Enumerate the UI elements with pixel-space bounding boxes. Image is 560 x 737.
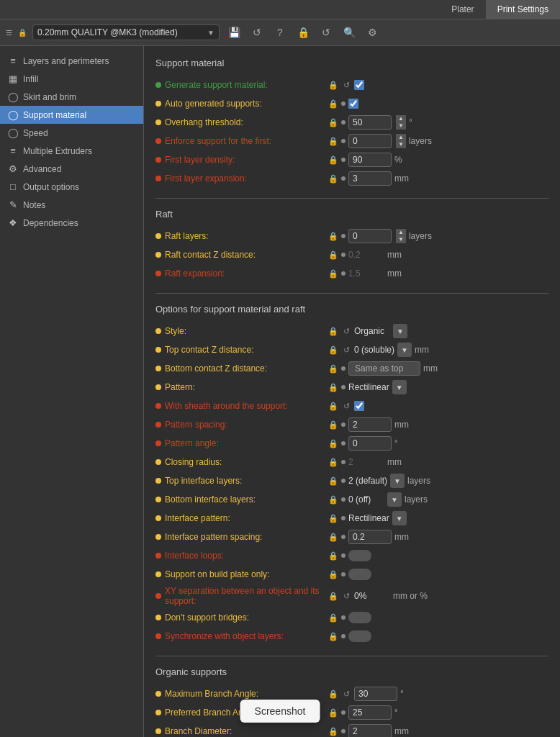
pattern-spacing-lock[interactable]: 🔒 xyxy=(328,420,338,430)
overhang-input[interactable] xyxy=(348,115,392,130)
sync-layers-lock[interactable]: 🔒 xyxy=(328,632,338,641)
top-contact-reset[interactable]: ↺ xyxy=(341,345,351,355)
no-bridges-toggle[interactable] xyxy=(348,612,371,623)
sync-layers-toggle[interactable] xyxy=(348,630,371,642)
top-interface-lock[interactable]: 🔒 xyxy=(328,476,338,486)
enforce-down[interactable]: ▼ xyxy=(396,141,406,148)
raft-layers-up[interactable]: ▲ xyxy=(396,229,406,236)
top-contact-lock[interactable]: 🔒 xyxy=(328,345,338,355)
first-density-lock[interactable]: 🔒 xyxy=(328,155,338,165)
pattern-angle-lock[interactable]: 🔒 xyxy=(328,439,338,448)
style-dropdown-btn[interactable]: ▼ xyxy=(393,324,407,338)
sidebar-item-skirt[interactable]: ◯ Skirt and brim xyxy=(0,88,143,106)
sidebar-item-layers[interactable]: ≡ Layers and perimeters xyxy=(0,52,143,70)
reset-icon[interactable]: ↺ xyxy=(248,24,266,41)
profile-selector[interactable]: 0.20mm QUALITY @MK3 (modified) ▼ xyxy=(32,24,220,40)
overhang-lock[interactable]: 🔒 xyxy=(328,118,338,127)
bot-contact-unit: mm xyxy=(423,363,438,374)
bot-contact-lock[interactable]: 🔒 xyxy=(328,364,338,374)
pref-branch-angle-lock[interactable]: 🔒 xyxy=(328,708,338,718)
branch-diameter-input[interactable] xyxy=(348,724,392,737)
interface-spacing-unit: mm xyxy=(394,532,409,542)
auto-gen-checkbox[interactable] xyxy=(348,99,358,109)
sidebar-item-output[interactable]: □ Output options xyxy=(0,178,143,196)
xy-sep-lock[interactable]: 🔒 xyxy=(328,592,338,601)
enforce-lock[interactable]: 🔒 xyxy=(328,137,338,146)
first-density-input[interactable] xyxy=(348,153,392,167)
pattern-label: Pattern: xyxy=(155,382,328,392)
branch-diameter-lock[interactable]: 🔒 xyxy=(328,727,338,736)
style-lock[interactable]: 🔒 xyxy=(328,327,338,336)
sheath-reset[interactable]: ↺ xyxy=(341,402,351,411)
pref-branch-angle-input[interactable] xyxy=(348,705,392,720)
plater-button[interactable]: Plater xyxy=(440,0,485,19)
bot-interface-dropdown-btn[interactable]: ▼ xyxy=(387,492,402,507)
enforce-up[interactable]: ▲ xyxy=(396,134,406,141)
first-density-text: First layer density: xyxy=(165,155,235,165)
max-branch-angle-reset[interactable]: ↺ xyxy=(341,689,351,699)
raft-layers-down[interactable]: ▼ xyxy=(396,236,406,243)
infill-icon: ▦ xyxy=(7,73,19,84)
gen-support-lock[interactable]: 🔒 xyxy=(328,81,338,90)
interface-pattern-dropdown-btn[interactable]: ▼ xyxy=(392,511,407,525)
build-plate-lock[interactable]: 🔒 xyxy=(328,570,338,579)
raft-contact-lock[interactable]: 🔒 xyxy=(328,250,338,260)
enforce-input[interactable] xyxy=(348,134,392,148)
first-expansion-lock[interactable]: 🔒 xyxy=(328,174,338,184)
xy-sep-text: XY separation between an object and its … xyxy=(165,586,328,606)
interface-loops-toggle[interactable] xyxy=(348,550,371,561)
print-settings-button[interactable]: Print Settings xyxy=(486,0,560,19)
sidebar-item-support[interactable]: ◯ Support material xyxy=(0,106,143,124)
gen-support-reset[interactable]: ↺ xyxy=(341,81,351,90)
max-branch-angle-input[interactable] xyxy=(354,687,397,701)
closing-radius-lock[interactable]: 🔒 xyxy=(328,458,338,467)
pref-branch-angle-unit: ° xyxy=(394,707,409,718)
interface-loops-lock[interactable]: 🔒 xyxy=(328,551,338,561)
raft-exp-lock[interactable]: 🔒 xyxy=(328,269,338,279)
setting-row-bot-interface: Bottom interface layers: 🔒 0 (off) ▼ lay… xyxy=(155,490,548,509)
sheath-checkbox[interactable] xyxy=(354,401,364,411)
setting-row-top-interface: Top interface layers: 🔒 2 (default) ▼ la… xyxy=(155,471,548,490)
top-interface-dropdown-btn[interactable]: ▼ xyxy=(390,474,405,488)
overhang-up[interactable]: ▲ xyxy=(396,115,406,122)
raft-layers-input[interactable] xyxy=(348,229,392,243)
xy-sep-reset[interactable]: ↺ xyxy=(341,592,351,601)
auto-gen-lock[interactable]: 🔒 xyxy=(328,99,338,109)
lock-icon[interactable]: 🔒 xyxy=(294,24,312,41)
pattern-spacing-input[interactable] xyxy=(348,417,392,432)
save-icon[interactable]: 💾 xyxy=(225,24,243,41)
style-reset[interactable]: ↺ xyxy=(341,327,351,336)
style-value: Organic xyxy=(354,326,390,336)
interface-spacing-input[interactable] xyxy=(348,530,392,544)
sidebar-item-extruders[interactable]: ≡ Multiple Extruders xyxy=(0,142,143,160)
pattern-angle-input[interactable] xyxy=(348,436,392,451)
sidebar-item-infill[interactable]: ▦ Infill xyxy=(0,70,143,88)
first-expansion-input[interactable] xyxy=(348,171,392,186)
setting-row-sync-layers: Synchronize with object layers: 🔒 xyxy=(155,627,548,646)
sidebar-item-speed[interactable]: ◯ Speed xyxy=(0,124,143,142)
bot-interface-lock[interactable]: 🔒 xyxy=(328,495,338,505)
settings-icon[interactable]: ⚙ xyxy=(363,24,381,41)
sidebar-item-advanced[interactable]: ⚙ Advanced xyxy=(0,160,143,178)
bot-interface-controls: 🔒 0 (off) ▼ layers xyxy=(328,492,548,507)
pattern-lock[interactable]: 🔒 xyxy=(328,383,338,392)
interface-spacing-lock[interactable]: 🔒 xyxy=(328,533,338,542)
branch-diameter-dot-ctrl xyxy=(341,729,346,733)
search-icon[interactable]: 🔍 xyxy=(340,24,358,41)
setting-row-branch-diameter: Branch Diameter: 🔒 mm xyxy=(155,722,548,737)
sidebar-item-deps[interactable]: ❖ Dependencies xyxy=(0,214,143,232)
notes-icon: ✎ xyxy=(7,199,19,210)
pattern-dropdown-btn[interactable]: ▼ xyxy=(392,380,407,394)
interface-pattern-lock[interactable]: 🔒 xyxy=(328,514,338,523)
overhang-down[interactable]: ▼ xyxy=(396,122,406,130)
no-bridges-lock[interactable]: 🔒 xyxy=(328,613,338,623)
help-icon[interactable]: ? xyxy=(271,24,289,41)
sidebar-item-notes[interactable]: ✎ Notes xyxy=(0,196,143,214)
sheath-lock[interactable]: 🔒 xyxy=(328,402,338,411)
gen-support-checkbox[interactable] xyxy=(354,80,364,90)
build-plate-toggle[interactable] xyxy=(348,569,371,580)
top-contact-dropdown-btn[interactable]: ▼ xyxy=(397,343,412,357)
max-branch-angle-lock[interactable]: 🔒 xyxy=(328,689,338,699)
undo-icon[interactable]: ↺ xyxy=(317,24,335,41)
raft-layers-lock[interactable]: 🔒 xyxy=(328,232,338,241)
